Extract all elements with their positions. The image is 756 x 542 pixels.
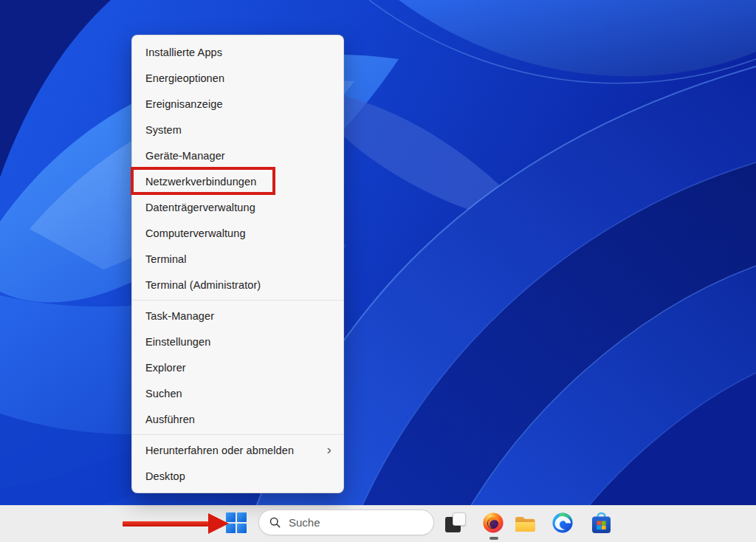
menu-item-label: Ausführen	[145, 414, 195, 425]
menu-item-label: Netzwerkverbindungen	[145, 176, 256, 188]
menu-item-suchen[interactable]: Suchen	[132, 380, 343, 406]
menu-separator	[132, 434, 343, 435]
menu-item-label: Installierte Apps	[145, 47, 222, 58]
menu-item-geraete-manager[interactable]: Geräte-Manager	[132, 143, 343, 168]
menu-item-label: Terminal	[145, 253, 187, 265]
menu-item-einstellungen[interactable]: Einstellungen	[132, 329, 343, 354]
menu-item-ausfuehren[interactable]: Ausführen	[132, 406, 343, 432]
windows-logo-icon	[237, 512, 247, 522]
winx-context-menu: Installierte Apps Energieoptionen Ereign…	[131, 35, 344, 493]
menu-item-label: Einstellungen	[145, 336, 210, 348]
search-icon	[269, 516, 281, 529]
menu-item-explorer[interactable]: Explorer	[132, 354, 343, 380]
arrow-shaft	[123, 521, 208, 527]
menu-separator	[132, 300, 343, 301]
menu-item-installierte-apps[interactable]: Installierte Apps	[132, 39, 343, 65]
menu-item-label: Desktop	[145, 470, 185, 482]
menu-item-label: Suchen	[145, 388, 182, 399]
menu-item-label: Herunterfahren oder abmelden	[145, 445, 294, 456]
menu-item-datentraegerverwaltung[interactable]: Datenträgerverwaltung	[132, 194, 343, 220]
menu-item-energieoptionen[interactable]: Energieoptionen	[132, 65, 343, 91]
menu-item-terminal-administrator[interactable]: Terminal (Administrator)	[132, 272, 343, 298]
menu-item-system[interactable]: System	[132, 117, 343, 143]
menu-item-label: Computerverwaltung	[145, 227, 246, 239]
task-view-icon[interactable]	[445, 512, 466, 533]
menu-item-label: Explorer	[145, 362, 186, 374]
red-arrow-annotation	[123, 513, 229, 534]
search-placeholder: Suche	[289, 516, 320, 529]
menu-item-computerverwaltung[interactable]: Computerverwaltung	[132, 220, 343, 246]
windows-logo-icon	[237, 524, 247, 533]
store-glyph	[591, 512, 612, 535]
menu-item-label: Terminal (Administrator)	[145, 279, 261, 291]
firefox-icon[interactable]	[482, 512, 504, 534]
menu-item-herunterfahren-oder-abmelden[interactable]: Herunterfahren oder abmelden ›	[132, 437, 343, 463]
menu-item-label: Energieoptionen	[145, 72, 224, 84]
desktop: Installierte Apps Energieoptionen Ereign…	[0, 0, 756, 542]
firefox-logo	[482, 512, 504, 534]
menu-item-terminal[interactable]: Terminal	[132, 246, 343, 272]
wallpaper-bloom	[0, 0, 756, 542]
arrow-head	[208, 513, 229, 534]
menu-item-task-manager[interactable]: Task-Manager	[132, 303, 343, 329]
edge-logo	[551, 512, 574, 534]
taskbar-search-box[interactable]: Suche	[258, 510, 434, 535]
running-app-indicator	[489, 537, 498, 540]
menu-item-label: Ereignisanzeige	[145, 98, 223, 110]
start-button[interactable]	[226, 512, 247, 533]
edge-icon[interactable]	[551, 512, 574, 534]
folder-glyph	[514, 515, 537, 534]
menu-item-ereignisanzeige[interactable]: Ereignisanzeige	[132, 91, 343, 117]
menu-item-label: System	[145, 124, 182, 136]
microsoft-store-icon[interactable]	[591, 512, 612, 535]
task-view-front-square	[453, 512, 466, 526]
menu-item-label: Geräte-Manager	[145, 150, 225, 162]
menu-item-label: Task-Manager	[145, 310, 214, 322]
menu-item-desktop[interactable]: Desktop	[132, 463, 343, 489]
menu-item-label: Datenträgerverwaltung	[145, 202, 255, 213]
menu-item-netzwerkverbindungen[interactable]: Netzwerkverbindungen	[132, 168, 343, 194]
file-explorer-icon[interactable]	[514, 515, 537, 534]
chevron-right-icon: ›	[327, 442, 331, 456]
